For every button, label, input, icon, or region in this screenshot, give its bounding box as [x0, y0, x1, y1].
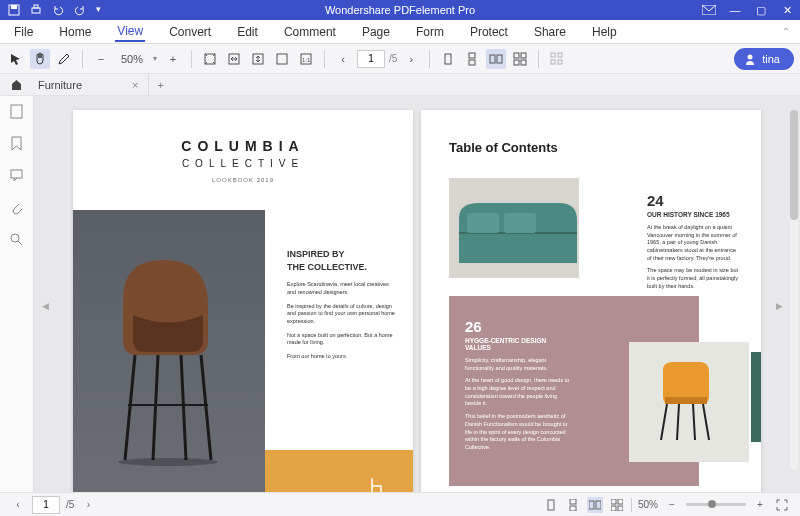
menu-share[interactable]: Share: [532, 23, 568, 41]
single-page-icon[interactable]: [438, 49, 458, 69]
hand-tool-icon[interactable]: [30, 49, 50, 69]
orange-chair-image: [629, 342, 749, 462]
prev-spread-button[interactable]: ◀: [40, 294, 50, 318]
zoom-slider[interactable]: [686, 503, 746, 506]
status-zoom-out-button[interactable]: −: [664, 497, 680, 513]
status-prev-page-button[interactable]: ‹: [10, 497, 26, 513]
svg-rect-43: [570, 506, 576, 511]
vertical-scrollbar[interactable]: [790, 110, 798, 470]
title-bar: ▾ Wondershare PDFelement Pro — ▢ ✕: [0, 0, 800, 20]
svg-rect-15: [497, 55, 502, 63]
dropdown-icon[interactable]: ▾: [96, 4, 108, 16]
redo-icon[interactable]: [74, 4, 86, 16]
page-number-input[interactable]: [357, 50, 385, 68]
print-icon[interactable]: [30, 4, 42, 16]
zoom-dropdown-icon[interactable]: ▾: [153, 54, 157, 63]
fullscreen-icon[interactable]: [774, 497, 790, 513]
green-chair-edge: [751, 352, 761, 442]
chair-logo-icon: [369, 476, 385, 492]
tab-label: Furniture: [38, 79, 82, 91]
minimize-button[interactable]: —: [726, 1, 744, 19]
svg-line-37: [661, 404, 667, 440]
menu-home[interactable]: Home: [57, 23, 93, 41]
view-toolbar: − 50% ▾ + 1:1 ‹ /5 › tina: [0, 44, 800, 74]
svg-rect-49: [618, 506, 623, 511]
undo-icon[interactable]: [52, 4, 64, 16]
select-tool-icon[interactable]: [6, 49, 26, 69]
edit-tool-icon[interactable]: [54, 49, 74, 69]
status-single-page-icon[interactable]: [543, 497, 559, 513]
user-icon: [744, 53, 756, 65]
svg-point-33: [118, 458, 218, 466]
status-zoom-in-button[interactable]: +: [752, 497, 768, 513]
fit-width-icon[interactable]: [224, 49, 244, 69]
zoom-in-button[interactable]: +: [163, 49, 183, 69]
accent-block: [265, 450, 413, 492]
svg-rect-25: [11, 105, 22, 118]
svg-line-29: [201, 355, 211, 460]
user-name: tina: [762, 53, 780, 65]
comments-panel-icon[interactable]: [8, 166, 26, 184]
menu-protect[interactable]: Protect: [468, 23, 510, 41]
next-spread-button[interactable]: ▶: [774, 294, 784, 318]
menu-convert[interactable]: Convert: [167, 23, 213, 41]
status-bar: ‹ /5 › 50% − +: [0, 492, 800, 516]
toc-section-2: 26 HYGGE-CENTRIC DESIGN VALUES Simplicit…: [465, 318, 573, 457]
svg-text:1:1: 1:1: [302, 57, 311, 63]
document-tab[interactable]: Furniture ×: [28, 74, 149, 95]
page-total: /5: [389, 53, 397, 64]
svg-rect-41: [548, 500, 554, 510]
prev-page-button[interactable]: ‹: [333, 49, 353, 69]
document-canvas[interactable]: ◀ ▶ COLUMBIA COLLECTIVE LOOKBOOK 2019: [34, 96, 800, 492]
menu-edit[interactable]: Edit: [235, 23, 260, 41]
menu-help[interactable]: Help: [590, 23, 619, 41]
status-next-page-button[interactable]: ›: [80, 497, 96, 513]
single-continuous-icon[interactable]: [462, 49, 482, 69]
svg-point-24: [748, 54, 753, 59]
menu-file[interactable]: File: [12, 23, 35, 41]
zoom-out-button[interactable]: −: [91, 49, 111, 69]
search-panel-icon[interactable]: [8, 230, 26, 248]
user-button[interactable]: tina: [734, 48, 794, 70]
attachments-panel-icon[interactable]: [8, 198, 26, 216]
bookmarks-panel-icon[interactable]: [8, 134, 26, 152]
two-continuous-icon[interactable]: [510, 49, 530, 69]
collapse-ribbon-icon[interactable]: ⌃: [782, 26, 790, 37]
one-to-one-icon[interactable]: 1:1: [296, 49, 316, 69]
maximize-button[interactable]: ▢: [752, 1, 770, 19]
status-page-input[interactable]: [32, 496, 60, 514]
zoom-value[interactable]: 50%: [117, 53, 147, 65]
svg-rect-26: [11, 170, 22, 178]
chair-illustration: [103, 240, 233, 470]
sidebar: [0, 96, 34, 492]
fit-page-icon[interactable]: [200, 49, 220, 69]
menu-page[interactable]: Page: [360, 23, 392, 41]
svg-rect-48: [611, 506, 616, 511]
status-two-continuous-icon[interactable]: [609, 497, 625, 513]
menu-comment[interactable]: Comment: [282, 23, 338, 41]
next-page-button[interactable]: ›: [401, 49, 421, 69]
thumbnail-view-icon[interactable]: [547, 49, 567, 69]
svg-rect-2: [32, 8, 40, 13]
brand-title-1: COLUMBIA: [73, 110, 413, 154]
status-single-continuous-icon[interactable]: [565, 497, 581, 513]
hero-image: [73, 210, 265, 492]
fit-height-icon[interactable]: [248, 49, 268, 69]
close-button[interactable]: ✕: [778, 1, 796, 19]
scrollbar-thumb[interactable]: [790, 110, 798, 220]
svg-line-31: [181, 355, 186, 460]
svg-rect-44: [589, 501, 594, 509]
tab-close-icon[interactable]: ×: [132, 79, 138, 91]
home-tab-icon[interactable]: [4, 74, 28, 95]
actual-size-icon[interactable]: [272, 49, 292, 69]
add-tab-button[interactable]: +: [149, 79, 171, 91]
brand-title-2: COLLECTIVE: [73, 158, 413, 169]
mail-icon[interactable]: [700, 1, 718, 19]
thumbnails-panel-icon[interactable]: [8, 102, 26, 120]
two-page-icon[interactable]: [486, 49, 506, 69]
menu-view[interactable]: View: [115, 22, 145, 42]
menu-form[interactable]: Form: [414, 23, 446, 41]
status-two-page-icon[interactable]: [587, 497, 603, 513]
save-icon[interactable]: [8, 4, 20, 16]
svg-rect-23: [558, 60, 562, 64]
